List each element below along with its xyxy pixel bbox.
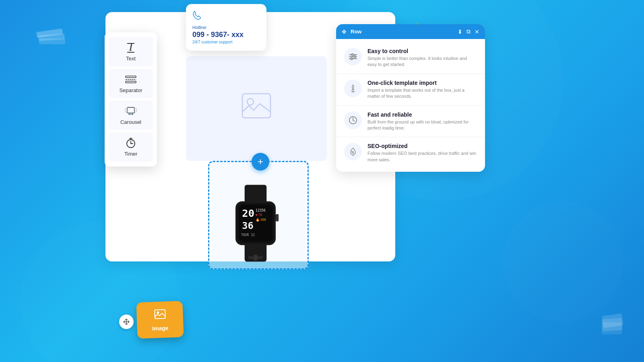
- easy-control-icon: [344, 48, 362, 66]
- feature-item-template: One-click template import Import a templ…: [336, 74, 485, 106]
- feature-title-seo: SEO-optimized: [367, 143, 477, 149]
- separator-label: Separator: [119, 87, 142, 93]
- phone-card: Hotline: 099 - 9367- xxx 24/7 customer s…: [186, 4, 266, 51]
- download-icon[interactable]: ⬇: [458, 29, 462, 35]
- feature-desc-seo: Follow modern SEO best practices, drive …: [367, 150, 477, 163]
- feature-title-fast: Fast and reliable: [367, 111, 477, 118]
- feature-title-template: One-click template import: [367, 80, 477, 86]
- image-card-label: Image: [152, 325, 169, 331]
- sidebar-item-timer[interactable]: Timer: [109, 132, 153, 162]
- features-list: Easy to control Simple is better than co…: [336, 39, 485, 172]
- copy-icon[interactable]: ⧉: [466, 28, 471, 35]
- svg-point-23: [247, 99, 254, 105]
- svg-text:20: 20: [242, 207, 254, 219]
- feature-item-fast: Fast and reliable Built from the ground …: [336, 106, 485, 138]
- svg-text:12356: 12356: [256, 208, 266, 212]
- text-label: Text: [126, 56, 136, 62]
- features-panel: ✥ Row ⬇ ⧉ ✕ Easy to: [336, 24, 485, 172]
- svg-rect-22: [242, 94, 270, 118]
- watch-image: 20 12356 ♥ 78 🔥 388 36 THUR 32: [217, 177, 294, 269]
- seo-icon: [344, 143, 362, 160]
- svg-rect-34: [276, 214, 279, 221]
- svg-point-13: [130, 114, 132, 115]
- svg-point-14: [132, 114, 133, 115]
- svg-rect-20: [155, 309, 165, 319]
- svg-point-21: [157, 311, 159, 314]
- svg-point-52: [352, 152, 354, 153]
- sidebar-item-carousel[interactable]: Carousel: [109, 101, 153, 130]
- placeholder-image-icon: [240, 92, 272, 125]
- fast-icon: [344, 111, 362, 129]
- feature-item-easy: Easy to control Simple is better than co…: [336, 42, 485, 74]
- image-card-icon: [154, 308, 166, 323]
- carousel-label: Carousel: [120, 119, 141, 125]
- sidebar-item-text[interactable]: I Text: [109, 37, 153, 66]
- feature-desc-template: Import a template that works out of the …: [367, 87, 477, 100]
- sidebar-item-separator[interactable]: Separator: [109, 69, 153, 98]
- move-icon[interactable]: ✥: [342, 29, 347, 35]
- svg-point-40: [351, 54, 353, 56]
- feature-title-easy: Easy to control: [367, 48, 477, 54]
- svg-rect-8: [126, 81, 136, 83]
- svg-text:THUR 32: THUR 32: [241, 233, 255, 237]
- feature-desc-easy: Simple is better than complex. It looks …: [367, 56, 477, 68]
- svg-rect-6: [126, 76, 136, 78]
- feature-text-fast: Fast and reliable Built from the ground …: [367, 111, 477, 132]
- svg-rect-9: [127, 107, 134, 113]
- svg-text:🔥 388: 🔥 388: [256, 218, 266, 222]
- template-icon: [344, 80, 362, 97]
- toolbar-row-label: Row: [351, 29, 361, 35]
- feature-item-seo: SEO-optimized Follow modern SEO best pra…: [336, 137, 485, 169]
- svg-text:♥ 78: ♥ 78: [256, 213, 262, 217]
- bg-decoration-3: [503, 201, 624, 322]
- timer-label: Timer: [124, 151, 138, 157]
- carousel-icon: [125, 105, 137, 117]
- svg-point-43: [354, 56, 356, 58]
- svg-rect-24: [245, 185, 267, 203]
- panel-toolbar: ✥ Row ⬇ ⧉ ✕: [336, 24, 485, 39]
- move-cursor-icon: [119, 315, 134, 329]
- feature-text-easy: Easy to control Simple is better than co…: [367, 48, 477, 68]
- feature-text-template: One-click template import Import a templ…: [367, 80, 477, 100]
- text-icon: I: [126, 42, 136, 53]
- close-icon[interactable]: ✕: [475, 29, 479, 35]
- phone-icon: [192, 10, 260, 23]
- feature-desc-fast: Built from the ground up with no bloat, …: [367, 119, 477, 132]
- separator-icon: [125, 74, 137, 85]
- image-element-card[interactable]: Image: [136, 301, 184, 339]
- feature-text-seo: SEO-optimized Follow modern SEO best pra…: [367, 143, 477, 163]
- add-element-button[interactable]: +: [252, 153, 269, 171]
- image-placeholder: [186, 56, 327, 161]
- svg-rect-55: [602, 322, 622, 334]
- support-text: 24/7 customer support: [192, 40, 260, 44]
- svg-line-49: [353, 120, 355, 121]
- timer-icon: [126, 137, 136, 148]
- phone-number: 099 - 9367- xxx: [192, 31, 260, 39]
- element-sidebar: I Text Separator: [105, 32, 157, 167]
- deco-cards: [600, 308, 624, 338]
- hotline-label: Hotline:: [192, 25, 260, 30]
- svg-text:36: 36: [242, 220, 253, 231]
- svg-point-12: [129, 114, 130, 115]
- svg-point-46: [351, 58, 353, 60]
- svg-rect-37: [254, 255, 257, 261]
